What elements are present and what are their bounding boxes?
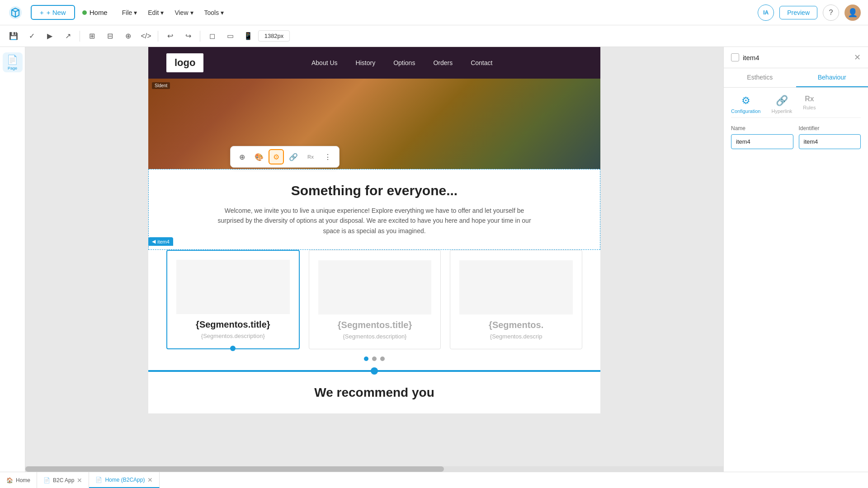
site-logo: logo bbox=[166, 53, 203, 72]
help-button[interactable]: ? bbox=[823, 5, 839, 21]
view-menu[interactable]: View ▾ bbox=[171, 7, 197, 18]
carousel-item-3-desc: {Segmentos.descrip bbox=[490, 333, 542, 340]
right-panel-tabs: Esthetics Behaviour bbox=[724, 68, 868, 88]
tools-menu[interactable]: Tools ▾ bbox=[201, 7, 228, 18]
redo-button[interactable]: ↪ bbox=[180, 28, 196, 44]
mobile-view[interactable]: 📱 bbox=[240, 28, 256, 44]
content-title: Something for everyone... bbox=[167, 183, 582, 198]
code-button[interactable]: </> bbox=[138, 28, 154, 44]
main-area: 📄 Page logo About Us History Options Ord… bbox=[0, 47, 868, 472]
carousel-item-1[interactable]: {Segmentos.title} {Segmentos.description… bbox=[166, 250, 300, 349]
preview-button[interactable]: Preview bbox=[779, 6, 817, 19]
user-avatar[interactable]: 👤 bbox=[844, 5, 861, 21]
px-display: 1382px bbox=[258, 30, 290, 42]
tab-home-b2capp-close[interactable]: ✕ bbox=[147, 477, 153, 483]
website-preview: logo About Us History Options Orders Con… bbox=[148, 47, 600, 413]
element-toolbar: ⊕ 🎨 ⚙ 🔗 Rx ⋮ bbox=[230, 146, 340, 168]
carousel-container: {Segmentos.title} {Segmentos.description… bbox=[166, 250, 582, 349]
page-icon: 📄 bbox=[7, 54, 18, 65]
elem-more-btn[interactable]: ⋮ bbox=[320, 149, 335, 164]
config-tab-configuration[interactable]: ⚙ Configuration bbox=[731, 95, 760, 114]
content-section[interactable]: ⊕ 🎨 ⚙ 🔗 Rx ⋮ Something for everyone... W… bbox=[148, 169, 600, 250]
panel-close-button[interactable]: ✕ bbox=[854, 52, 861, 62]
tab-b2capp[interactable]: 📄 B2C App ✕ bbox=[37, 472, 89, 488]
carousel-dot-2[interactable] bbox=[372, 357, 377, 361]
carousel-item-2[interactable]: {Segmentos.title} {Segmentos.description… bbox=[309, 250, 441, 349]
config-icon: ⚙ bbox=[741, 95, 750, 107]
play-button[interactable]: ▶ bbox=[42, 28, 58, 44]
elem-style-btn[interactable]: 🎨 bbox=[251, 149, 267, 164]
recommend-title: We recommend you bbox=[166, 385, 582, 400]
check-button[interactable]: ✓ bbox=[24, 28, 40, 44]
bottom-scrollbar[interactable] bbox=[25, 466, 723, 472]
nav-options[interactable]: Options bbox=[393, 59, 415, 66]
tab-home[interactable]: 🏠 Home bbox=[0, 472, 37, 488]
elem-link-btn[interactable]: 🔗 bbox=[286, 149, 301, 164]
name-label: Name bbox=[731, 125, 793, 131]
home-status-dot bbox=[82, 10, 87, 15]
app-logo[interactable] bbox=[7, 5, 24, 21]
scrollbar-thumb[interactable] bbox=[25, 466, 444, 472]
identifier-field-group: Identifier bbox=[799, 125, 861, 149]
panel-checkbox[interactable] bbox=[731, 53, 739, 61]
site-header: logo About Us History Options Orders Con… bbox=[148, 47, 600, 79]
esthetics-tab[interactable]: Esthetics bbox=[724, 68, 796, 87]
config-tab-hyperlink[interactable]: 🔗 Hyperlink bbox=[771, 95, 792, 114]
nav-contact[interactable]: Contact bbox=[471, 59, 492, 66]
tabs-bar: 🏠 Home 📄 B2C App ✕ 📄 Home (B2CApp) ✕ bbox=[0, 472, 868, 488]
carousel-dot-3[interactable] bbox=[380, 357, 385, 361]
carousel-item-1-desc: {Segmentos.description} bbox=[201, 333, 265, 339]
undo-button[interactable]: ↩ bbox=[162, 28, 178, 44]
name-input[interactable] bbox=[731, 134, 793, 149]
components-button[interactable]: ⊞ bbox=[84, 28, 100, 44]
layers-button[interactable]: ⊟ bbox=[102, 28, 118, 44]
elem-move-btn[interactable]: ⊕ bbox=[234, 149, 250, 164]
sidebar-item-page[interactable]: 📄 Page bbox=[3, 52, 23, 72]
nav-about[interactable]: About Us bbox=[311, 59, 338, 66]
home-label: Home bbox=[82, 9, 108, 16]
config-tab-rules[interactable]: Rx Rules bbox=[803, 95, 816, 114]
elem-rules-btn[interactable]: Rx bbox=[303, 149, 318, 164]
separator2 bbox=[158, 31, 158, 42]
canvas-area[interactable]: logo About Us History Options Orders Con… bbox=[25, 47, 723, 472]
publish-button[interactable]: ↗ bbox=[60, 28, 76, 44]
new-button-label: + New bbox=[47, 9, 66, 16]
elem-config-btn[interactable]: ⚙ bbox=[269, 149, 284, 164]
tab-b2capp-close[interactable]: ✕ bbox=[77, 477, 82, 483]
hyperlink-icon: 🔗 bbox=[776, 95, 788, 107]
site-nav: About Us History Options Orders Contact bbox=[222, 59, 582, 66]
structure-button[interactable]: ⊕ bbox=[120, 28, 136, 44]
new-button[interactable]: + + New bbox=[31, 5, 75, 20]
top-bar: + + New Home File ▾ Edit ▾ View ▾ Tools … bbox=[0, 0, 868, 25]
tab-b2capp-label: B2C App bbox=[53, 477, 74, 483]
behaviour-tab[interactable]: Behaviour bbox=[796, 68, 868, 87]
name-field-group: Name bbox=[731, 125, 793, 149]
top-bar-right: IA Preview ? 👤 bbox=[758, 5, 861, 21]
toolbar: 💾 ✓ ▶ ↗ ⊞ ⊟ ⊕ </> ↩ ↪ ◻ ▭ 📱 1382px bbox=[0, 25, 868, 47]
resize-handle-1[interactable] bbox=[230, 346, 236, 351]
tab-home-b2capp-icon: 📄 bbox=[95, 477, 102, 483]
tablet-view[interactable]: ▭ bbox=[222, 28, 238, 44]
tab-home-b2capp[interactable]: 📄 Home (B2CApp) ✕ bbox=[89, 472, 160, 488]
carousel-item-3[interactable]: {Segmentos. {Segmentos.descrip bbox=[450, 250, 582, 349]
config-tabs: ⚙ Configuration 🔗 Hyperlink Rx Rules bbox=[731, 95, 861, 118]
desktop-view[interactable]: ◻ bbox=[204, 28, 220, 44]
rules-icon: Rx bbox=[805, 95, 814, 103]
nav-history[interactable]: History bbox=[356, 59, 376, 66]
carousel-item-2-title: {Segmentos.title} bbox=[338, 320, 412, 330]
identifier-input[interactable] bbox=[799, 134, 861, 149]
right-panel: item4 ✕ Esthetics Behaviour ⚙ Configurat… bbox=[723, 47, 868, 472]
element-label: ◀ item4 bbox=[148, 237, 173, 246]
tab-home-label: Home bbox=[16, 477, 30, 483]
carousel-dot-1[interactable] bbox=[364, 357, 368, 361]
content-description: Welcome, we invite you to live a unique … bbox=[216, 206, 533, 236]
file-menu[interactable]: File ▾ bbox=[118, 7, 141, 18]
save-button[interactable]: 💾 bbox=[5, 28, 22, 44]
carousel-item-2-image bbox=[318, 260, 432, 314]
carousel-item-1-image bbox=[176, 260, 290, 314]
panel-content: ⚙ Configuration 🔗 Hyperlink Rx Rules Nam… bbox=[724, 88, 868, 472]
ia-button[interactable]: IA bbox=[758, 5, 774, 21]
edit-menu[interactable]: Edit ▾ bbox=[144, 7, 167, 18]
home-text: Home bbox=[90, 9, 108, 16]
nav-orders[interactable]: Orders bbox=[433, 59, 453, 66]
